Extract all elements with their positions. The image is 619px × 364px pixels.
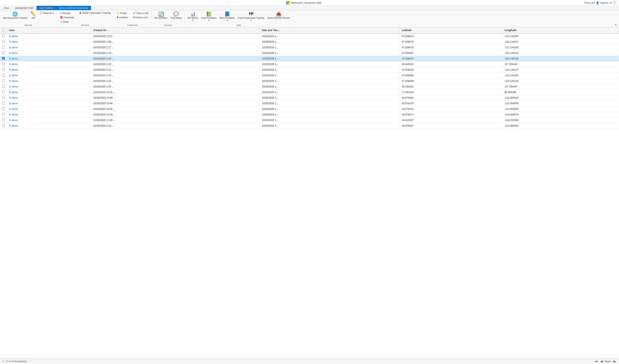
- table-row: fs demo10/29/2020 1:20 ...10/29/2020 1..…: [0, 56, 619, 62]
- microsoft-logo-icon: [286, 1, 290, 5]
- prev-page-button[interactable]: ◀: [600, 359, 603, 363]
- user-link[interactable]: fs demo: [9, 85, 18, 88]
- user-column-header[interactable]: User: [7, 27, 91, 33]
- tab-geolocation-tracking[interactable]: GEOLOCATION TRACKING: [56, 6, 91, 10]
- show-as-label: Show As: [43, 12, 52, 14]
- process-label: Process: [164, 24, 172, 26]
- user-link[interactable]: fs demo: [9, 63, 18, 66]
- edit-button[interactable]: ✏️ Edit: [29, 11, 38, 20]
- user-link[interactable]: fs demo: [9, 57, 18, 60]
- first-page-button[interactable]: ⏮: [594, 359, 598, 363]
- select-all-checkbox[interactable]: [2, 28, 5, 31]
- export-geolocation-button[interactable]: 🗺 Export Geolocation Tracking ▾: [237, 11, 265, 22]
- row-checkbox[interactable]: [2, 46, 5, 48]
- records-group-label: Records: [25, 24, 32, 26]
- latitude-cell: 30.400181: [400, 62, 502, 67]
- select-all-header[interactable]: [0, 27, 7, 33]
- book-button[interactable]: 📖 Book: [59, 20, 75, 24]
- delete-button[interactable]: 🗑 Delete Geolocation Tracking: [78, 11, 112, 15]
- row-checkbox[interactable]: [2, 40, 5, 43]
- row-checkbox[interactable]: [2, 124, 5, 127]
- copy-link-button[interactable]: 🔗 Copy a Link: [132, 11, 150, 15]
- row-checkbox[interactable]: [2, 51, 5, 54]
- created-on-cell: 10/30/2020 11:59 ...: [91, 118, 260, 123]
- row-checkbox[interactable]: [2, 85, 5, 88]
- table-row: fs demo10/29/2020 1:17 ...10/29/2020 1..…: [0, 45, 619, 50]
- follow-icon: ⭐: [117, 12, 120, 14]
- date-time-cell: 10/29/2020 1...: [260, 78, 400, 84]
- user-link[interactable]: fs demo: [9, 69, 18, 71]
- user-link[interactable]: fs demo: [9, 124, 18, 127]
- created-on-sort-icon: ↑: [108, 29, 109, 31]
- user-link[interactable]: fs demo: [9, 102, 18, 105]
- help-icon[interactable]: ?: [613, 1, 617, 5]
- created-on-cell: 10/29/2020 1:08 ...: [91, 39, 260, 45]
- date-time-cell: 10/29/2020 1...: [260, 90, 400, 95]
- created-on-column-header[interactable]: Created On ↑: [91, 27, 260, 33]
- show-as-button[interactable]: 📋 Show As ▾: [38, 11, 55, 15]
- user-link[interactable]: fs demo: [9, 80, 18, 83]
- user-link[interactable]: fs demo: [9, 41, 18, 43]
- date-time-cell: 10/30/2020 1...: [260, 112, 400, 118]
- export-selected-button[interactable]: 📤 Export Selected Records: [266, 11, 292, 20]
- date-time-cell: 10/30/2020 1...: [260, 118, 400, 123]
- tab-file[interactable]: FILE: [1, 6, 12, 10]
- row-checkbox[interactable]: [2, 68, 5, 71]
- created-on-cell: 10/29/2020 1:24 ...: [91, 73, 260, 78]
- latitude-cell: 47.638489: [400, 78, 502, 84]
- latitude-cell: 47.638474: [400, 33, 502, 39]
- tab-advanced-find[interactable]: ADVANCED FIND: [12, 6, 37, 10]
- deactivate-button[interactable]: ⛔ Deactivate: [59, 15, 75, 19]
- follow-button[interactable]: ⭐ Follow: [115, 11, 129, 15]
- tab-list-tools[interactable]: LIST TOOLS: [37, 6, 56, 10]
- main-content: FILE ADVANCED FIND LIST TOOLS GEOLOCATIO…: [0, 6, 619, 364]
- created-on-cell: 10/29/2020 1:20 ...: [91, 62, 260, 67]
- start-dialog-button[interactable]: 💬 Start Dialog: [169, 11, 183, 20]
- row-checkbox[interactable]: [2, 57, 5, 60]
- row-checkbox[interactable]: [2, 63, 5, 65]
- user-link[interactable]: fs demo: [9, 46, 18, 49]
- user-link[interactable]: fs demo: [9, 91, 18, 94]
- row-checkbox[interactable]: [2, 74, 5, 76]
- row-checkbox[interactable]: [2, 91, 5, 93]
- row-checkbox[interactable]: [2, 102, 5, 104]
- user-link[interactable]: fs demo: [9, 113, 18, 116]
- date-time-column-header[interactable]: Date and Tim...: [260, 27, 400, 33]
- latitude-cell: 47.638466: [400, 73, 502, 78]
- run-workflow-button[interactable]: 🔄 Run Workflow: [153, 11, 169, 20]
- row-checkbox[interactable]: [2, 107, 5, 110]
- activate-button[interactable]: ✔ Activate: [59, 11, 75, 15]
- latitude-cell: 43.676231: [400, 106, 502, 112]
- row-checkbox[interactable]: [2, 79, 5, 82]
- date-time-cell: 10/30/2020 1...: [260, 101, 400, 106]
- longitude-cell: -122.144150: [502, 45, 619, 50]
- settings-icon[interactable]: ⚙: [610, 1, 612, 4]
- next-page-button[interactable]: ▶: [613, 359, 617, 363]
- created-on-cell: 10/30/2020 11:45 ...: [91, 112, 260, 118]
- excel-templates-button[interactable]: 📗 Excel Templates ▾: [200, 11, 218, 22]
- unfollow-button[interactable]: ✖ Unfollow: [115, 15, 129, 19]
- date-time-cell: 10/30/2020 1...: [260, 106, 400, 112]
- longitude-cell: -122.144127: [502, 67, 619, 73]
- brand-center: Microsoft | Dynamics 365: [286, 1, 322, 5]
- email-link-button[interactable]: ✉ Email a Link: [132, 15, 150, 19]
- run-report-button[interactable]: 📊 Run Report ▾: [186, 11, 199, 22]
- user-link[interactable]: fs demo: [9, 96, 18, 99]
- row-checkbox[interactable]: [2, 113, 5, 116]
- row-checkbox[interactable]: [2, 119, 5, 121]
- user-link[interactable]: fs demo: [9, 52, 18, 55]
- latitude-column-header[interactable]: Latitude: [400, 27, 502, 33]
- longitude-cell: -116.202298: [502, 118, 619, 123]
- word-templates-button[interactable]: 📘 Word Templates ▾: [219, 11, 236, 22]
- new-geolocation-tracking-button[interactable]: 🌐 New Geolocation Tracking: [2, 11, 28, 20]
- user-link[interactable]: fs demo: [9, 119, 18, 122]
- longitude-column-header[interactable]: Longitude: [502, 27, 619, 33]
- user-link[interactable]: fs demo: [9, 108, 18, 111]
- user-link[interactable]: fs demo: [9, 35, 18, 38]
- created-on-cell: 10/30/2020 10:48 ...: [91, 95, 260, 101]
- date-time-cell: 10/29/2020 1...: [260, 67, 400, 73]
- row-checkbox[interactable]: [2, 35, 5, 37]
- user-link[interactable]: fs demo: [9, 74, 18, 77]
- row-checkbox[interactable]: [2, 96, 5, 99]
- refresh-icon[interactable]: ↻: [615, 23, 617, 27]
